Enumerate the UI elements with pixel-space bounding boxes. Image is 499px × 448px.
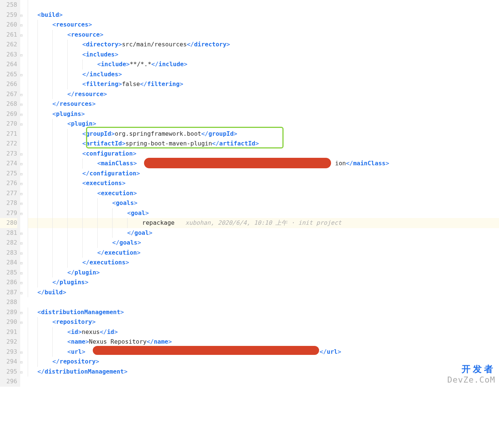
line-number[interactable]: 260: [0, 20, 17, 30]
fold-toggle-icon[interactable]: ⊟: [20, 23, 23, 28]
code-line[interactable]: <plugins>: [28, 109, 499, 119]
code-line[interactable]: <configuration>: [28, 149, 499, 159]
line-number[interactable]: 274: [0, 159, 17, 169]
line-number[interactable]: 266: [0, 79, 17, 89]
line-number-gutter[interactable]: 2582592602612622632642652662672682692702…: [0, 0, 20, 387]
fold-toggle-icon[interactable]: ⊟: [20, 251, 23, 256]
code-line[interactable]: <executions>: [28, 178, 499, 188]
code-line[interactable]: </goal>: [28, 228, 499, 238]
code-line[interactable]: <distributionManagement>: [28, 307, 499, 317]
line-number[interactable]: 261: [0, 30, 17, 40]
fold-toggle-icon[interactable]: ⊟: [20, 231, 23, 236]
fold-toggle-icon[interactable]: ⊟: [20, 73, 23, 77]
line-number[interactable]: 285: [0, 268, 17, 278]
code-line[interactable]: </execution>: [28, 248, 499, 258]
fold-toggle-icon[interactable]: ⊟: [20, 360, 23, 365]
fold-toggle-icon[interactable]: ⊟: [20, 320, 23, 325]
code-line[interactable]: <directory>src/main/resources</directory…: [28, 40, 499, 50]
line-number[interactable]: 281: [0, 228, 17, 238]
fold-toggle-icon[interactable]: ⊟: [20, 241, 23, 246]
line-number[interactable]: 259: [0, 10, 17, 20]
code-line[interactable]: repackage xubohan, 2020/6/4, 10:10 上午 · …: [28, 218, 499, 228]
line-number[interactable]: 295: [0, 367, 17, 377]
code-line[interactable]: </plugin>: [28, 268, 499, 278]
line-number[interactable]: 263: [0, 50, 17, 60]
line-number[interactable]: 262: [0, 40, 17, 50]
fold-toggle-icon[interactable]: ⊟: [20, 33, 23, 38]
code-area[interactable]: <build><resources><resource><directory>s…: [28, 0, 499, 387]
line-number[interactable]: 278: [0, 198, 17, 208]
line-number[interactable]: 273: [0, 149, 17, 159]
fold-toggle-icon[interactable]: ⊟: [20, 13, 23, 18]
code-line[interactable]: <name>Nexus Repository</name>: [28, 337, 499, 347]
code-line[interactable]: </build>: [28, 288, 499, 298]
fold-toggle-icon[interactable]: ⊟: [20, 181, 23, 186]
code-line[interactable]: <resource>: [28, 30, 499, 40]
line-number[interactable]: 283: [0, 248, 17, 258]
code-line[interactable]: <groupId>org.springframework.boot</group…: [28, 129, 499, 139]
fold-toggle-icon[interactable]: ⊟: [20, 152, 23, 157]
code-line[interactable]: </plugins>: [28, 277, 499, 288]
code-line[interactable]: <id>nexus</id>: [28, 327, 499, 337]
fold-toggle-icon[interactable]: ⊟: [20, 271, 23, 276]
line-number[interactable]: 286: [0, 277, 17, 288]
code-line[interactable]: <goals>: [28, 198, 499, 208]
code-line[interactable]: <includes>: [28, 50, 499, 60]
line-number[interactable]: 290: [0, 317, 17, 327]
line-number[interactable]: 288: [0, 297, 17, 307]
fold-toggle-icon[interactable]: ⊟: [20, 162, 23, 166]
line-number[interactable]: 296: [0, 377, 17, 387]
line-number[interactable]: 265: [0, 70, 17, 80]
line-number[interactable]: 276: [0, 178, 17, 188]
code-line[interactable]: <goal>: [28, 208, 499, 218]
line-number[interactable]: 268: [0, 99, 17, 109]
line-number[interactable]: 293: [0, 347, 17, 357]
line-number[interactable]: 280: [0, 218, 17, 228]
fold-toggle-icon[interactable]: ⊟: [20, 191, 23, 196]
fold-toggle-icon[interactable]: ⊟: [20, 280, 23, 285]
fold-toggle-icon[interactable]: ⊟: [20, 53, 23, 58]
line-number[interactable]: 282: [0, 238, 17, 248]
line-number[interactable]: 264: [0, 59, 17, 70]
line-number[interactable]: 272: [0, 139, 17, 149]
line-number[interactable]: 291: [0, 327, 17, 337]
line-number[interactable]: 289: [0, 307, 17, 317]
fold-toggle-icon[interactable]: ⊟: [20, 172, 23, 177]
line-number[interactable]: 287: [0, 288, 17, 298]
fold-toggle-icon[interactable]: ⊟: [20, 102, 23, 107]
fold-toggle-icon[interactable]: ⊟: [20, 310, 23, 315]
fold-toggle-icon[interactable]: ⊟: [20, 92, 23, 97]
code-line[interactable]: </resource>: [28, 89, 499, 99]
code-line[interactable]: <execution>: [28, 188, 499, 199]
line-number[interactable]: 267: [0, 89, 17, 99]
line-number[interactable]: 279: [0, 208, 17, 218]
line-number[interactable]: 271: [0, 129, 17, 139]
code-line[interactable]: <plugin>: [28, 119, 499, 129]
line-number[interactable]: 258: [0, 0, 17, 10]
line-number[interactable]: 269: [0, 109, 17, 119]
fold-toggle-icon[interactable]: ⊟: [20, 370, 23, 375]
code-line[interactable]: <build>: [28, 10, 499, 20]
code-line[interactable]: </distributionManagement>: [28, 367, 499, 377]
line-number[interactable]: 275: [0, 169, 17, 179]
code-line[interactable]: <url> c/</url>: [28, 347, 499, 357]
code-line[interactable]: [28, 0, 499, 10]
line-number[interactable]: 277: [0, 188, 17, 199]
fold-toggle-icon[interactable]: ⊟: [20, 211, 23, 216]
code-line[interactable]: </resources>: [28, 99, 499, 109]
code-line[interactable]: <artifactId>spring-boot-maven-plugin</ar…: [28, 139, 499, 149]
code-line[interactable]: </goals>: [28, 238, 499, 248]
code-editor[interactable]: 2582592602612622632642652662672682692702…: [0, 0, 499, 387]
fold-toggle-icon[interactable]: ⊟: [20, 261, 23, 266]
code-line[interactable]: <mainClass> ion</mainClass>: [28, 159, 499, 169]
line-number[interactable]: 270: [0, 119, 17, 129]
code-line[interactable]: [28, 377, 499, 387]
fold-toggle-icon[interactable]: ⊟: [20, 112, 23, 117]
fold-toggle-icon[interactable]: ⊟: [20, 201, 23, 206]
line-number[interactable]: 292: [0, 337, 17, 347]
line-number[interactable]: 294: [0, 357, 17, 367]
code-line[interactable]: <include>**/*.*</include>: [28, 59, 499, 70]
code-line[interactable]: </executions>: [28, 258, 499, 268]
code-line[interactable]: <resources>: [28, 20, 499, 30]
code-line[interactable]: </repository>: [28, 357, 499, 367]
